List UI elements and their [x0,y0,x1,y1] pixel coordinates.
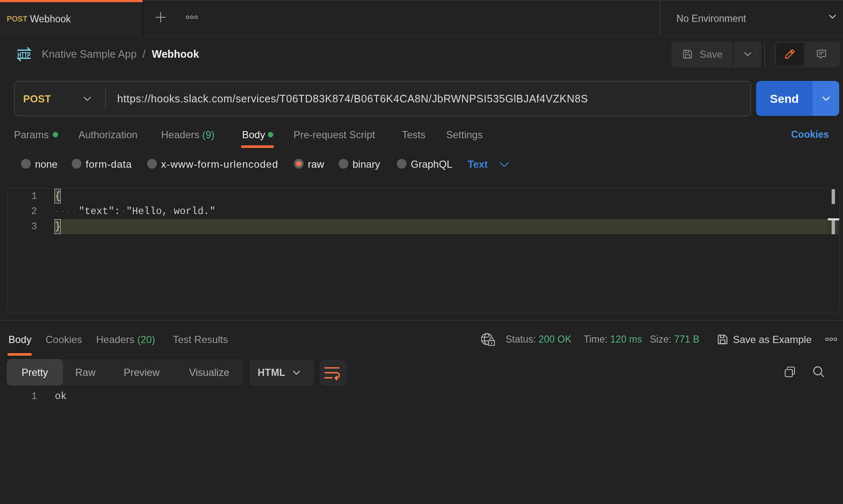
svg-text:HTTP: HTTP [18,51,31,59]
